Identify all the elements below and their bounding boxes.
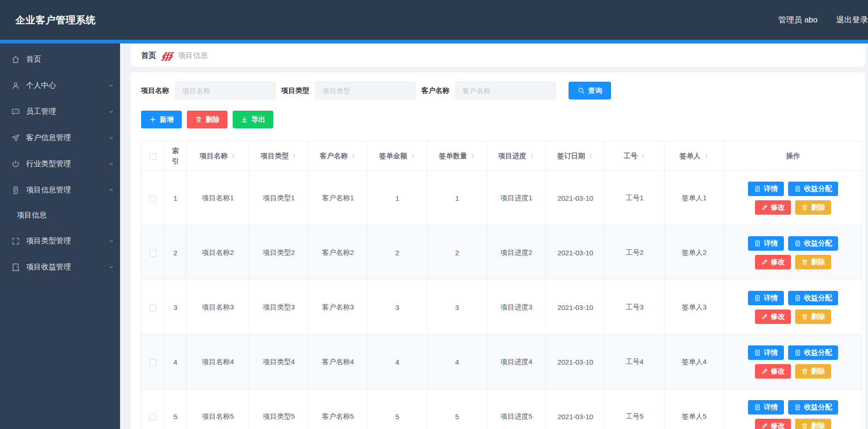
doc-icon <box>794 349 801 356</box>
sidebar-item-industry-type[interactable]: 行业类型管理 <box>0 151 120 177</box>
table-cell: 1 <box>368 171 427 225</box>
project-name-input[interactable] <box>175 82 276 99</box>
export-button-label: 导出 <box>251 115 265 124</box>
row-delete-button[interactable]: 删除 <box>795 309 831 324</box>
detail-button[interactable]: 详情 <box>748 291 784 305</box>
edit-button[interactable]: 修改 <box>755 255 791 269</box>
column-header[interactable]: 签单金额 <box>368 141 427 171</box>
chevron-down-icon <box>108 161 114 167</box>
table-cell: 项目名称2 <box>187 225 249 280</box>
trash-icon <box>195 116 202 123</box>
table-cell: 1 <box>164 171 187 225</box>
customer-name-input[interactable] <box>455 82 556 99</box>
detail-button[interactable]: 详情 <box>748 345 784 360</box>
income-distribution-button[interactable]: 收益分配 <box>788 345 838 360</box>
sidebar-item-label: 个人中心 <box>26 81 108 91</box>
sidebar-item-customer-info[interactable]: 客户信息管理 <box>0 125 120 151</box>
column-header[interactable]: 签单人 <box>665 141 724 171</box>
project-name-field-group: 项目名称 <box>141 82 276 99</box>
trash-icon <box>801 422 808 429</box>
row-delete-button[interactable]: 删除 <box>795 200 831 215</box>
logout-link[interactable]: 退出登录 <box>836 14 868 25</box>
table-row: 5项目名称5项目类型5客户名称555项目进度52021-03-10工号5签单人5… <box>142 389 862 429</box>
row-delete-button[interactable]: 删除 <box>795 364 831 379</box>
row-checkbox[interactable] <box>149 250 157 257</box>
column-header[interactable]: 客户名称 <box>309 141 368 171</box>
edit-button[interactable]: 修改 <box>755 364 791 379</box>
sidebar: 首页个人中心员工管理客户信息管理行业类型管理项目信息管理项目信息项目类型管理项目… <box>0 43 120 429</box>
row-checkbox[interactable] <box>149 195 157 202</box>
column-header[interactable]: 项目进度 <box>487 141 546 171</box>
add-button[interactable]: 新增 <box>141 111 182 128</box>
scroll-icon <box>11 186 20 195</box>
row-actions-cell: 详情收益分配修改删除 <box>724 335 862 389</box>
doc-icon <box>794 404 801 411</box>
chevron-down-icon <box>108 82 114 89</box>
row-checkbox[interactable] <box>149 359 157 366</box>
column-header[interactable]: 签单数量 <box>427 141 487 171</box>
main-content: 首页 ∰ 项目信息 项目名称 项目类型 客户名称 <box>120 43 868 429</box>
income-distribution-button[interactable]: 收益分配 <box>788 236 838 251</box>
send-icon <box>11 134 20 142</box>
income-distribution-button-label: 收益分配 <box>804 403 832 412</box>
detail-button[interactable]: 详情 <box>748 182 784 196</box>
delete-button[interactable]: 删除 <box>187 111 228 128</box>
table-cell: 2 <box>427 225 487 280</box>
detail-button[interactable]: 详情 <box>748 236 784 251</box>
edit-button[interactable]: 修改 <box>755 419 791 429</box>
column-header: 索引 <box>164 141 187 171</box>
add-button-label: 新增 <box>160 115 174 124</box>
table-row: 2项目名称2项目类型2客户名称222项目进度22021-03-10工号2签单人2… <box>142 225 862 280</box>
sidebar-item-employee[interactable]: 员工管理 <box>0 98 120 125</box>
sidebar-item-project-type[interactable]: 项目类型管理 <box>0 228 120 254</box>
sort-icon <box>470 153 476 160</box>
income-distribution-button-label: 收益分配 <box>804 184 832 193</box>
sidebar-item-project-income[interactable]: 项目收益管理 <box>0 254 120 280</box>
row-checkbox[interactable] <box>149 304 157 311</box>
table-cell: 客户名称2 <box>309 225 368 280</box>
breadcrumb-home-link[interactable]: 首页 <box>141 51 156 61</box>
sort-icon <box>703 153 709 160</box>
doc-icon <box>754 349 761 356</box>
search-button[interactable]: 查询 <box>569 82 611 99</box>
table-cell: 签单人1 <box>665 171 724 225</box>
doc-icon <box>794 185 801 192</box>
export-button[interactable]: 导出 <box>233 111 273 128</box>
edit-button[interactable]: 修改 <box>755 200 791 215</box>
search-form: 项目名称 项目类型 客户名称 查询 <box>141 82 862 99</box>
table-cell: 项目类型4 <box>249 335 309 389</box>
edit-icon <box>761 368 768 375</box>
income-distribution-button[interactable]: 收益分配 <box>788 400 838 415</box>
project-type-label: 项目类型 <box>281 86 309 95</box>
sidebar-item-home[interactable]: 首页 <box>0 46 120 72</box>
row-delete-button[interactable]: 删除 <box>795 255 831 269</box>
income-distribution-button[interactable]: 收益分配 <box>788 182 838 196</box>
column-header[interactable]: 项目类型 <box>249 141 309 171</box>
table-cell: 4 <box>164 335 187 389</box>
column-header-label: 客户名称 <box>320 151 348 161</box>
sidebar-item-project-info[interactable]: 项目信息管理 <box>0 177 120 203</box>
edit-button[interactable]: 修改 <box>755 309 791 324</box>
doc-icon <box>794 295 801 302</box>
project-type-input[interactable] <box>315 82 416 99</box>
table-cell: 5 <box>427 389 487 429</box>
sort-icon <box>350 153 356 160</box>
row-delete-button[interactable]: 删除 <box>795 419 831 429</box>
chevron-down-icon <box>108 134 114 141</box>
sidebar-subitem-project-info-page[interactable]: 项目信息 <box>0 203 120 228</box>
income-distribution-button[interactable]: 收益分配 <box>788 291 838 305</box>
table-cell: 项目进度3 <box>487 280 546 335</box>
edit-button-label: 修改 <box>771 258 785 267</box>
detail-button-label: 详情 <box>764 239 778 248</box>
sort-icon <box>640 153 646 160</box>
detail-button[interactable]: 详情 <box>748 400 784 415</box>
column-header[interactable]: 签订日期 <box>546 141 605 171</box>
column-header[interactable]: 工号 <box>605 141 665 171</box>
table-cell: 签单人5 <box>665 389 724 429</box>
row-select-cell <box>142 335 164 389</box>
column-header-label: 操作 <box>786 151 800 161</box>
select-all-checkbox[interactable] <box>149 153 157 160</box>
row-checkbox[interactable] <box>149 414 157 421</box>
column-header[interactable]: 项目名称 <box>187 141 249 171</box>
sidebar-item-profile[interactable]: 个人中心 <box>0 72 120 98</box>
